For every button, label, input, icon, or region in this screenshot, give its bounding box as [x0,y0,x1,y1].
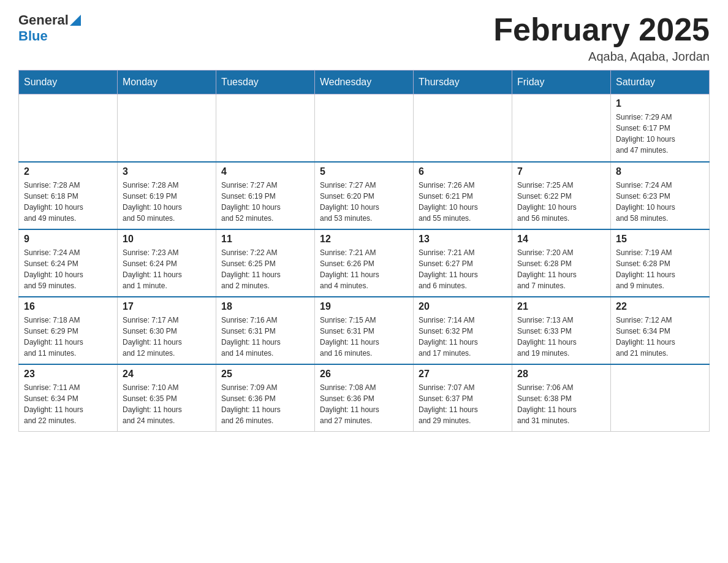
day-info: Sunrise: 7:08 AMSunset: 6:36 PMDaylight:… [320,382,408,426]
day-of-week-header: Friday [512,71,611,94]
day-info: Sunrise: 7:16 AMSunset: 6:31 PMDaylight:… [221,315,309,359]
calendar-cell: 21Sunrise: 7:13 AMSunset: 6:33 PMDayligh… [512,297,611,364]
calendar-cell: 3Sunrise: 7:28 AMSunset: 6:19 PMDaylight… [118,162,216,229]
day-info: Sunrise: 7:24 AMSunset: 6:24 PMDaylight:… [24,247,112,291]
calendar-cell: 6Sunrise: 7:26 AMSunset: 6:21 PMDaylight… [414,162,512,229]
calendar-cell: 13Sunrise: 7:21 AMSunset: 6:27 PMDayligh… [414,229,512,297]
day-number: 2 [24,166,112,177]
day-number: 21 [517,301,605,312]
calendar-cell: 19Sunrise: 7:15 AMSunset: 6:31 PMDayligh… [315,297,414,364]
day-number: 9 [24,234,112,245]
calendar-cell: 1Sunrise: 7:29 AMSunset: 6:17 PMDaylight… [611,94,710,162]
day-number: 24 [123,369,211,380]
calendar-cell: 12Sunrise: 7:21 AMSunset: 6:26 PMDayligh… [315,229,414,297]
calendar-cell: 22Sunrise: 7:12 AMSunset: 6:34 PMDayligh… [611,297,710,364]
day-info: Sunrise: 7:14 AMSunset: 6:32 PMDaylight:… [419,315,507,359]
day-of-week-header: Tuesday [216,71,315,94]
day-info: Sunrise: 7:07 AMSunset: 6:37 PMDaylight:… [419,382,507,426]
day-number: 5 [320,166,408,177]
calendar-cell: 23Sunrise: 7:11 AMSunset: 6:34 PMDayligh… [19,364,118,432]
day-number: 11 [221,234,309,245]
day-info: Sunrise: 7:24 AMSunset: 6:23 PMDaylight:… [616,180,704,224]
day-of-week-header: Monday [118,71,216,94]
day-info: Sunrise: 7:09 AMSunset: 6:36 PMDaylight:… [221,382,309,426]
day-of-week-header: Saturday [611,71,710,94]
day-number: 10 [123,234,211,245]
calendar-cell: 10Sunrise: 7:23 AMSunset: 6:24 PMDayligh… [118,229,216,297]
day-info: Sunrise: 7:15 AMSunset: 6:31 PMDaylight:… [320,315,408,359]
calendar-cell [414,94,512,162]
calendar-cell: 11Sunrise: 7:22 AMSunset: 6:25 PMDayligh… [216,229,315,297]
calendar-cell: 7Sunrise: 7:25 AMSunset: 6:22 PMDaylight… [512,162,611,229]
calendar-header-row: SundayMondayTuesdayWednesdayThursdayFrid… [19,71,710,94]
calendar-cell: 15Sunrise: 7:19 AMSunset: 6:28 PMDayligh… [611,229,710,297]
day-number: 1 [616,98,704,109]
calendar-cell: 20Sunrise: 7:14 AMSunset: 6:32 PMDayligh… [414,297,512,364]
calendar-cell [512,94,611,162]
calendar-cell: 5Sunrise: 7:27 AMSunset: 6:20 PMDaylight… [315,162,414,229]
calendar-cell: 9Sunrise: 7:24 AMSunset: 6:24 PMDaylight… [19,229,118,297]
calendar-cell: 14Sunrise: 7:20 AMSunset: 6:28 PMDayligh… [512,229,611,297]
day-info: Sunrise: 7:17 AMSunset: 6:30 PMDaylight:… [123,315,211,359]
day-info: Sunrise: 7:28 AMSunset: 6:19 PMDaylight:… [123,180,211,224]
calendar-week-row: 9Sunrise: 7:24 AMSunset: 6:24 PMDaylight… [19,229,710,297]
day-number: 4 [221,166,309,177]
logo-triangle-icon [70,15,81,26]
calendar-cell [315,94,414,162]
day-number: 25 [221,369,309,380]
day-number: 13 [419,234,507,245]
calendar-cell [611,364,710,432]
day-info: Sunrise: 7:06 AMSunset: 6:38 PMDaylight:… [517,382,605,426]
day-info: Sunrise: 7:19 AMSunset: 6:28 PMDaylight:… [616,247,704,291]
location-title: Aqaba, Aqaba, Jordan [493,50,710,64]
calendar-cell: 16Sunrise: 7:18 AMSunset: 6:29 PMDayligh… [19,297,118,364]
day-info: Sunrise: 7:18 AMSunset: 6:29 PMDaylight:… [24,315,112,359]
calendar-week-row: 23Sunrise: 7:11 AMSunset: 6:34 PMDayligh… [19,364,710,432]
day-number: 20 [419,301,507,312]
day-number: 14 [517,234,605,245]
day-number: 8 [616,166,704,177]
day-number: 23 [24,369,112,380]
calendar-week-row: 16Sunrise: 7:18 AMSunset: 6:29 PMDayligh… [19,297,710,364]
calendar-cell: 8Sunrise: 7:24 AMSunset: 6:23 PMDaylight… [611,162,710,229]
calendar-table: SundayMondayTuesdayWednesdayThursdayFrid… [18,70,710,432]
page-header: General Blue February 2025 Aqaba, Aqaba,… [18,12,710,64]
svg-marker-0 [70,15,81,26]
day-info: Sunrise: 7:12 AMSunset: 6:34 PMDaylight:… [616,315,704,359]
day-number: 18 [221,301,309,312]
day-number: 16 [24,301,112,312]
day-of-week-header: Sunday [19,71,118,94]
day-number: 22 [616,301,704,312]
calendar-cell [118,94,216,162]
day-info: Sunrise: 7:25 AMSunset: 6:22 PMDaylight:… [517,180,605,224]
day-info: Sunrise: 7:27 AMSunset: 6:19 PMDaylight:… [221,180,309,224]
logo-blue-text: Blue [18,28,48,44]
day-number: 12 [320,234,408,245]
day-info: Sunrise: 7:13 AMSunset: 6:33 PMDaylight:… [517,315,605,359]
logo: General Blue [18,12,81,44]
day-number: 7 [517,166,605,177]
day-number: 27 [419,369,507,380]
day-number: 17 [123,301,211,312]
day-info: Sunrise: 7:21 AMSunset: 6:26 PMDaylight:… [320,247,408,291]
day-number: 6 [419,166,507,177]
day-info: Sunrise: 7:26 AMSunset: 6:21 PMDaylight:… [419,180,507,224]
logo-general-text: General [18,12,69,28]
day-info: Sunrise: 7:10 AMSunset: 6:35 PMDaylight:… [123,382,211,426]
day-info: Sunrise: 7:21 AMSunset: 6:27 PMDaylight:… [419,247,507,291]
calendar-cell: 26Sunrise: 7:08 AMSunset: 6:36 PMDayligh… [315,364,414,432]
calendar-cell: 28Sunrise: 7:06 AMSunset: 6:38 PMDayligh… [512,364,611,432]
calendar-week-row: 1Sunrise: 7:29 AMSunset: 6:17 PMDaylight… [19,94,710,162]
calendar-cell: 27Sunrise: 7:07 AMSunset: 6:37 PMDayligh… [414,364,512,432]
calendar-cell [19,94,118,162]
calendar-cell: 17Sunrise: 7:17 AMSunset: 6:30 PMDayligh… [118,297,216,364]
calendar-cell: 4Sunrise: 7:27 AMSunset: 6:19 PMDaylight… [216,162,315,229]
day-info: Sunrise: 7:22 AMSunset: 6:25 PMDaylight:… [221,247,309,291]
title-section: February 2025 Aqaba, Aqaba, Jordan [493,12,710,64]
calendar-cell: 2Sunrise: 7:28 AMSunset: 6:18 PMDaylight… [19,162,118,229]
day-number: 28 [517,369,605,380]
day-number: 15 [616,234,704,245]
day-info: Sunrise: 7:29 AMSunset: 6:17 PMDaylight:… [616,112,704,156]
day-info: Sunrise: 7:11 AMSunset: 6:34 PMDaylight:… [24,382,112,426]
month-title: February 2025 [493,12,710,47]
